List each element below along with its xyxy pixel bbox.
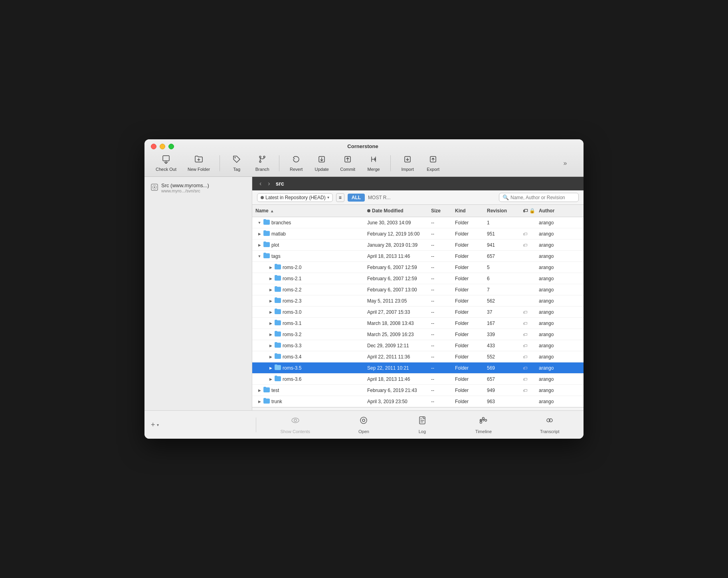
- revert-button[interactable]: Revert: [284, 153, 308, 173]
- expand-icon[interactable]: ▶: [268, 287, 273, 292]
- folder-icon: [275, 353, 281, 360]
- newfolder-button[interactable]: New Folder: [183, 153, 215, 173]
- transcript-button[interactable]: Transcript: [534, 414, 566, 435]
- expand-icon[interactable]: ▶: [268, 332, 273, 337]
- add-button[interactable]: +: [151, 421, 155, 429]
- file-name: roms-3.3: [283, 343, 301, 348]
- cell-revision: 951: [484, 228, 520, 239]
- expand-icon[interactable]: ▶: [257, 243, 262, 247]
- open-label: Open: [358, 429, 369, 434]
- tag-button[interactable]: Tag: [225, 153, 249, 173]
- cell-author: arango: [536, 273, 584, 284]
- filter-dropdown[interactable]: Latest in Repository (HEAD) ▾: [257, 193, 333, 202]
- commit-button[interactable]: Commit: [335, 153, 360, 173]
- back-button[interactable]: ‹: [257, 179, 264, 188]
- cell-date: April 18, 2013 11:46: [364, 251, 428, 261]
- cell-revision: 657: [484, 251, 520, 261]
- cell-date: Dec 29, 2009 12:11: [364, 340, 428, 351]
- cell-name: ▶test: [252, 385, 364, 396]
- branch-button[interactable]: Branch: [250, 153, 274, 173]
- import-icon: [403, 155, 412, 166]
- table-row[interactable]: ▶roms-3.2March 25, 2009 16:23--Folder339…: [252, 329, 584, 340]
- folder-icon: [275, 297, 281, 304]
- cell-tag-lock: 🏷: [520, 228, 536, 239]
- expand-icon[interactable]: ▶: [268, 354, 273, 359]
- cell-tag-lock: 🏷: [520, 374, 536, 384]
- repo-icon: [151, 184, 158, 192]
- cell-kind: Folder: [452, 329, 484, 340]
- filter-menu-button[interactable]: ≡: [336, 193, 344, 202]
- cell-author: arango: [536, 396, 584, 407]
- table-row[interactable]: ▶roms-2.3May 5, 2011 23:05--Folder562ara…: [252, 295, 584, 307]
- sidebar-item-src[interactable]: Src (www.myroms...) www.myro.../svn/src: [148, 180, 249, 196]
- th-name[interactable]: Name ▲: [252, 206, 364, 215]
- cell-revision: 5: [484, 262, 520, 273]
- table-row[interactable]: ▶roms-3.0April 27, 2007 15:33--Folder37🏷…: [252, 307, 584, 318]
- more-button[interactable]: »: [553, 158, 577, 168]
- status-dot: [261, 196, 264, 199]
- expand-icon[interactable]: ▶: [268, 343, 273, 348]
- table-row[interactable]: ▶testFebruary 6, 2019 21:43--Folder949🏷a…: [252, 385, 584, 396]
- expand-icon[interactable]: ▶: [268, 310, 273, 315]
- folder-icon: [275, 342, 281, 349]
- cell-revision: 941: [484, 240, 520, 250]
- expand-icon[interactable]: ▶: [257, 399, 262, 404]
- show-contents-label: Show Contents: [280, 429, 310, 434]
- expand-icon[interactable]: ▶: [268, 276, 273, 281]
- search-input[interactable]: [510, 195, 575, 200]
- table-row[interactable]: ▶roms-2.0February 6, 2007 12:59--Folder5…: [252, 262, 584, 273]
- table-row[interactable]: ▶trunkApril 3, 2019 23:50--Folder963aran…: [252, 396, 584, 407]
- cell-kind: Folder: [452, 273, 484, 284]
- cell-size: --: [428, 362, 452, 373]
- expand-icon[interactable]: ▶: [268, 366, 273, 370]
- forward-button[interactable]: ›: [265, 179, 272, 188]
- table-row[interactable]: ▶roms-3.3Dec 29, 2009 12:11--Folder433🏷a…: [252, 340, 584, 351]
- checkout-button[interactable]: Check Out: [151, 153, 181, 173]
- expand-icon[interactable]: ▼: [257, 254, 262, 259]
- table-row[interactable]: ▶matlabFebruary 12, 2019 16:00--Folder95…: [252, 228, 584, 240]
- cell-kind: Folder: [452, 362, 484, 373]
- filter-all-button[interactable]: ALL: [348, 194, 365, 202]
- tag-marker-icon: 🏷: [523, 343, 527, 348]
- cell-kind: Folder: [452, 228, 484, 239]
- folder-icon: [263, 253, 270, 259]
- cell-date: April 3, 2019 23:50: [364, 396, 428, 407]
- timeline-button[interactable]: Timeline: [469, 414, 498, 435]
- open-button[interactable]: Open: [352, 414, 376, 435]
- merge-button[interactable]: Merge: [362, 153, 386, 173]
- expand-icon[interactable]: ▶: [268, 377, 273, 382]
- th-kind: Kind: [452, 206, 484, 215]
- table-row[interactable]: ▼tagsApril 18, 2013 11:46--Folder657aran…: [252, 251, 584, 262]
- cell-size: --: [428, 240, 452, 250]
- table-row[interactable]: ▶roms-3.4April 22, 2011 11:36--Folder552…: [252, 351, 584, 362]
- cell-tag-lock: [520, 251, 536, 261]
- export-button[interactable]: Export: [421, 153, 445, 173]
- table-row[interactable]: ▶roms-2.1February 6, 2007 12:59--Folder6…: [252, 273, 584, 284]
- table-row[interactable]: ▶roms-3.1March 18, 2008 13:43--Folder167…: [252, 318, 584, 329]
- expand-icon[interactable]: ▶: [257, 232, 262, 236]
- folder-icon: [275, 320, 281, 327]
- table-row[interactable]: ▶roms-2.2February 6, 2007 13:00--Folder7…: [252, 284, 584, 295]
- scrollbar-area[interactable]: [252, 407, 584, 410]
- show-contents-button[interactable]: Show Contents: [274, 414, 317, 435]
- import-button[interactable]: Import: [396, 153, 419, 173]
- table-row[interactable]: ▶plotJanuary 28, 2019 01:39--Folder941🏷a…: [252, 240, 584, 251]
- update-button[interactable]: Update: [310, 153, 334, 173]
- filter-most-button[interactable]: MOST R...: [368, 195, 390, 200]
- transcript-icon: [545, 416, 554, 428]
- expand-icon[interactable]: ▶: [268, 321, 273, 326]
- cell-name: ▶roms-3.1: [252, 318, 364, 329]
- expand-icon[interactable]: ▶: [268, 265, 273, 270]
- expand-icon[interactable]: ▼: [257, 220, 262, 225]
- expand-icon[interactable]: ▶: [268, 299, 273, 303]
- folder-icon: [275, 264, 281, 271]
- cell-date: January 28, 2019 01:39: [364, 240, 428, 250]
- table-row[interactable]: ▶roms-3.6April 18, 2013 11:46--Folder657…: [252, 374, 584, 385]
- open-icon: [359, 416, 368, 428]
- table-row[interactable]: ▶roms-3.5Sep 22, 2011 10:21--Folder569🏷a…: [252, 362, 584, 374]
- pathbar-location: src: [276, 180, 284, 187]
- log-button[interactable]: Log: [411, 414, 433, 435]
- table-row[interactable]: ▼branchesJune 30, 2003 14:09--Folder1ara…: [252, 217, 584, 228]
- file-name: plot: [271, 242, 279, 248]
- expand-icon[interactable]: ▶: [257, 388, 262, 393]
